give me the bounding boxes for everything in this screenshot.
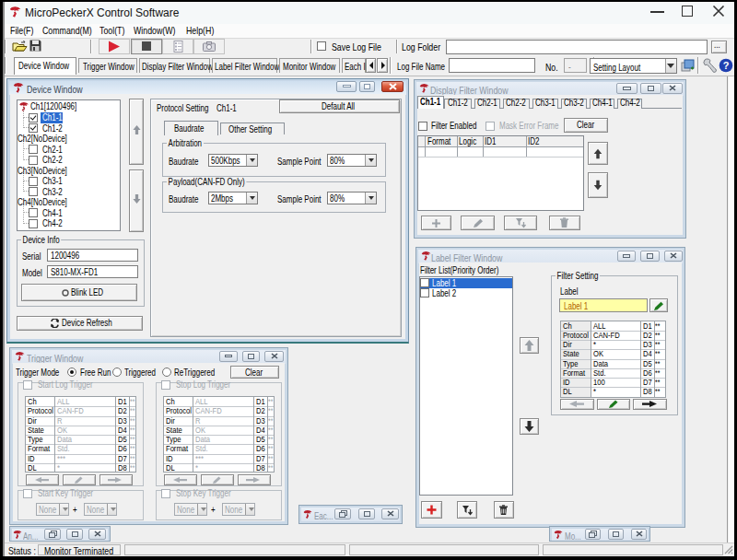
svg-text:?: ? bbox=[723, 60, 730, 71]
